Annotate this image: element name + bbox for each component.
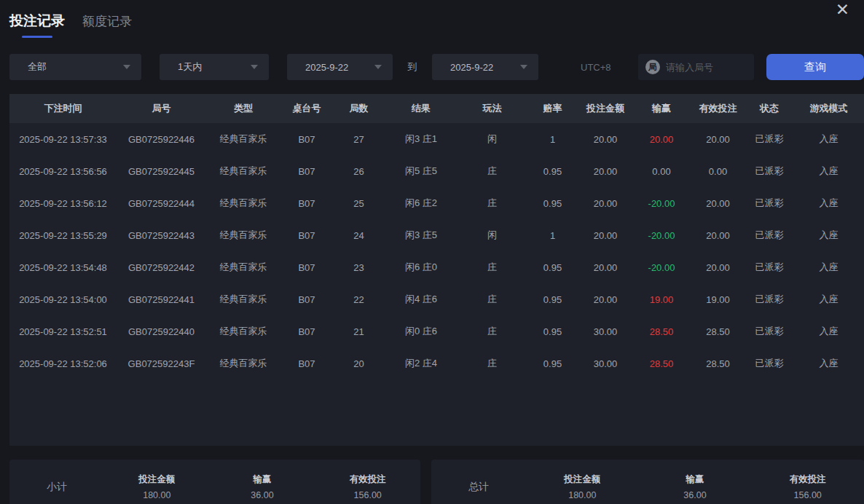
cell-result: 闲3 庄1 — [385, 133, 457, 146]
cell-odds: 0.95 — [527, 198, 578, 209]
chevron-down-icon — [251, 65, 258, 69]
cell-round-id: GB0725922443 — [117, 230, 206, 241]
table-row: 2025-09-22 13:56:56 GB0725922445 经典百家乐 B… — [9, 155, 864, 187]
subtotal-label: 小计 — [9, 481, 104, 494]
cell-bet-time: 2025-09-22 13:57:33 — [9, 134, 117, 145]
cell-table-no: B07 — [280, 166, 333, 177]
cell-bet-time: 2025-09-22 13:54:00 — [9, 294, 117, 305]
cell-result: 闲6 庄2 — [385, 197, 457, 210]
tab-bar: 投注记录 额度记录 — [0, 0, 864, 38]
table-row: 2025-09-22 13:56:12 GB0725922444 经典百家乐 B… — [9, 187, 864, 219]
tab-quota-records-label: 额度记录 — [82, 15, 132, 28]
table-row: 2025-09-22 13:52:51 GB0725922440 经典百家乐 B… — [9, 315, 864, 347]
cell-valid-bet: 20.00 — [691, 198, 745, 209]
total-win-loss: 输赢 36.00 — [639, 473, 752, 500]
cell-table-no: B07 — [280, 198, 333, 209]
cell-play: 庄 — [457, 325, 527, 338]
cell-type: 经典百家乐 — [206, 229, 280, 242]
cell-bet-amount: 20.00 — [578, 166, 632, 177]
chevron-down-icon — [374, 65, 382, 69]
cell-play: 庄 — [457, 261, 527, 274]
cell-round: 22 — [333, 294, 385, 305]
round-search-field[interactable]: 局 — [638, 54, 754, 80]
col-game-mode: 游戏模式 — [793, 102, 864, 115]
cell-result: 闲5 庄5 — [385, 165, 457, 178]
cell-status: 已派彩 — [745, 133, 793, 146]
cell-round-id: GB0725922445 — [117, 166, 206, 177]
cell-odds: 0.95 — [527, 262, 578, 273]
cell-round-id: GB072592243F — [117, 358, 206, 369]
col-valid-bet: 有效投注 — [691, 102, 745, 115]
subtotal-stats: 投注金额 180.00 输赢 36.00 有效投注 156.00 — [104, 473, 420, 500]
tab-betting-records[interactable]: 投注记录 — [9, 12, 65, 38]
col-type: 类型 — [206, 102, 280, 115]
query-button[interactable]: 查询 — [766, 54, 864, 80]
cell-round-id: GB0725922446 — [117, 134, 206, 145]
records-table: 下注时间 局号 类型 桌台号 局数 结果 玩法 赔率 投注金额 输赢 有效投注 … — [9, 94, 864, 446]
cell-game-mode: 入座 — [793, 293, 864, 306]
table-body: 2025-09-22 13:57:33 GB0725922446 经典百家乐 B… — [9, 123, 864, 446]
category-select-value: 全部 — [28, 60, 47, 74]
cell-bet-amount: 20.00 — [578, 198, 632, 209]
date-from-select[interactable]: 2025-9-22 — [287, 54, 393, 80]
col-round: 局数 — [333, 102, 385, 115]
cell-bet-amount: 20.00 — [578, 230, 632, 241]
cell-play: 庄 — [457, 293, 527, 306]
cell-round: 24 — [333, 230, 385, 241]
round-search-input[interactable] — [666, 62, 746, 73]
cell-status: 已派彩 — [745, 357, 793, 370]
cell-status: 已派彩 — [745, 261, 793, 274]
cell-odds: 0.95 — [527, 326, 578, 337]
date-range-select[interactable]: 1天内 — [160, 54, 269, 80]
cell-type: 经典百家乐 — [206, 325, 280, 338]
cell-game-mode: 入座 — [793, 165, 864, 178]
cell-win-loss: 19.00 — [632, 294, 691, 305]
total-stats: 投注金额 180.00 输赢 36.00 有效投注 156.00 — [526, 473, 864, 500]
cell-valid-bet: 28.50 — [691, 358, 745, 369]
filter-bar: 全部 1天内 2025-9-22 到 2025-9-22 UTC+8 局 查询 — [9, 54, 864, 80]
cell-bet-time: 2025-09-22 13:52:51 — [9, 326, 117, 337]
chevron-down-icon — [520, 65, 527, 69]
col-table-no: 桌台号 — [280, 102, 333, 115]
cell-table-no: B07 — [280, 326, 333, 337]
col-bet-amount: 投注金额 — [578, 102, 632, 115]
date-to-value: 2025-9-22 — [450, 62, 493, 73]
cell-type: 经典百家乐 — [206, 357, 280, 370]
cell-round-id: GB0725922444 — [117, 198, 206, 209]
cell-type: 经典百家乐 — [206, 165, 280, 178]
cell-round: 23 — [333, 262, 385, 273]
betting-records-dialog: 投注记录 额度记录 ✕ 全部 1天内 2025-9-22 到 2025-9-22… — [0, 0, 864, 504]
category-select[interactable]: 全部 — [9, 54, 141, 80]
cell-valid-bet: 20.00 — [691, 230, 745, 241]
table-row: 2025-09-22 13:57:33 GB0725922446 经典百家乐 B… — [9, 123, 864, 155]
cell-bet-time: 2025-09-22 13:55:29 — [9, 230, 117, 241]
date-to-select[interactable]: 2025-9-22 — [432, 54, 538, 80]
cell-game-mode: 入座 — [793, 133, 864, 146]
table-row: 2025-09-22 13:52:06 GB072592243F 经典百家乐 B… — [9, 347, 864, 379]
cell-bet-time: 2025-09-22 13:54:48 — [9, 262, 117, 273]
cell-win-loss: -20.00 — [632, 230, 691, 241]
cell-bet-amount: 20.00 — [578, 262, 632, 273]
col-round-id: 局号 — [117, 102, 206, 115]
col-result: 结果 — [385, 102, 457, 115]
tab-quota-records[interactable]: 额度记录 — [82, 13, 132, 30]
cell-table-no: B07 — [280, 134, 333, 145]
chevron-down-icon — [123, 65, 130, 69]
cell-win-loss: -20.00 — [632, 198, 691, 209]
cell-win-loss: 20.00 — [632, 134, 691, 145]
cell-type: 经典百家乐 — [206, 133, 280, 146]
cell-bet-amount: 20.00 — [578, 134, 632, 145]
cell-type: 经典百家乐 — [206, 197, 280, 210]
subtotal-bet-amount: 投注金额 180.00 — [104, 473, 210, 500]
cell-game-mode: 入座 — [793, 261, 864, 274]
table-header: 下注时间 局号 类型 桌台号 局数 结果 玩法 赔率 投注金额 输赢 有效投注 … — [9, 94, 864, 123]
cell-status: 已派彩 — [745, 293, 793, 306]
cell-play: 闲 — [457, 133, 527, 146]
cell-result: 闲4 庄6 — [385, 293, 457, 306]
cell-table-no: B07 — [280, 358, 333, 369]
close-icon[interactable]: ✕ — [836, 1, 849, 18]
cell-play: 庄 — [457, 357, 527, 370]
cell-bet-amount: 30.00 — [578, 358, 632, 369]
cell-status: 已派彩 — [745, 229, 793, 242]
cell-status: 已派彩 — [745, 197, 793, 210]
